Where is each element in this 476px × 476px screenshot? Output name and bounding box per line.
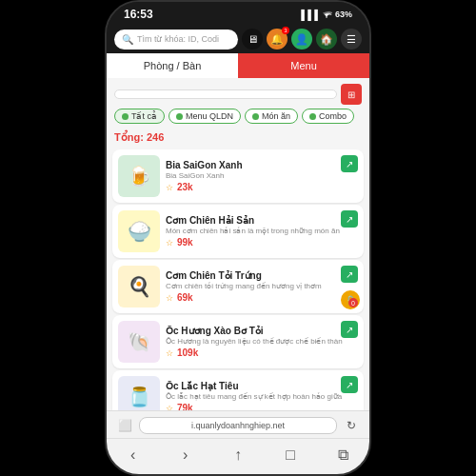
- bottom-nav: ‹ › ↑ □ ⧉: [107, 438, 369, 474]
- star-icon-3: ☆: [166, 348, 173, 358]
- menu-item-image-2: 🍳: [118, 266, 160, 307]
- menu-item-2[interactable]: 🍳 Cơm Chiên Tỏi Trứng Cơm chiên tỏi trứn…: [112, 260, 364, 313]
- browser-pages-icon[interactable]: ⬜: [114, 415, 135, 436]
- notification-icon[interactable]: 🔔 3: [267, 29, 288, 50]
- menu-item-name-0: Bia SaiGon Xanh: [166, 160, 358, 170]
- menu-item-desc-3: Ốc Hương là nguyên liệu có thể được chế …: [166, 337, 358, 346]
- menu-item-info-0: Bia SaiGon Xanh Bia SaiGon Xanh ☆ 23k: [166, 160, 358, 192]
- filter-grid-button[interactable]: ⊞: [341, 84, 362, 105]
- status-bar: 16:53 ▐▐▐ 63%: [107, 2, 369, 25]
- tab-bar: Phòng / Bàn Menu: [107, 53, 369, 78]
- menu-item-name-1: Cơm Chiên Hải Sản: [166, 215, 358, 226]
- chip-dot: [252, 113, 259, 120]
- menu-item-info-4: Ốc Lắc Hạt Tiêu Ốc lắc hạt tiêu mang đến…: [166, 381, 358, 410]
- chip-dot: [309, 113, 316, 120]
- menu-item-desc-0: Bia SaiGon Xanh: [166, 171, 358, 180]
- menu-item-price-0: 23k: [177, 182, 193, 192]
- chip-dot: [176, 113, 183, 120]
- search-bar-area: 🔍 Tìm từ khóa: ID, Codi 🖥 🔔 3 👤 🏠 ☰: [107, 25, 369, 53]
- nav-forward-button[interactable]: ›: [169, 444, 203, 466]
- menu-item-action-3[interactable]: ↗: [341, 321, 358, 338]
- menu-item-action-4[interactable]: ↗: [341, 376, 358, 393]
- search-icon: 🔍: [122, 34, 133, 45]
- menu-item-info-3: Ốc Hương Xào Bơ Tỏi Ốc Hương là nguyên l…: [166, 326, 358, 358]
- menu-item-info-1: Cơm Chiên Hải Sản Món cơm chiên hải sản …: [166, 215, 358, 248]
- search-placeholder: Tìm từ khóa: ID, Codi: [137, 34, 219, 44]
- chip-menuqldn[interactable]: Menu QLDN: [169, 109, 241, 124]
- star-icon-1: ☆: [166, 238, 173, 248]
- menu-item-4[interactable]: 🫙 Ốc Lắc Hạt Tiêu Ốc lắc hạt tiêu mang đ…: [112, 370, 364, 410]
- menu-item-name-2: Cơm Chiên Tỏi Trứng: [166, 270, 358, 281]
- menu-item-action-1[interactable]: ↗: [341, 210, 358, 228]
- chip-monan[interactable]: Món ăn: [245, 109, 298, 124]
- tab-phong-ban[interactable]: Phòng / Bàn: [107, 53, 238, 78]
- total-row: Tổng: 246: [107, 129, 369, 148]
- tab-menu[interactable]: Menu: [238, 53, 369, 78]
- filter-row: ⊞: [107, 78, 369, 109]
- user-icon[interactable]: 👤: [291, 29, 312, 50]
- menu-item-desc-2: Cơm chiên tỏi trứng mang đến hương vị th…: [166, 282, 358, 290]
- menu-item-image-1: 🍚: [118, 210, 160, 252]
- star-icon-0: ☆: [166, 183, 173, 192]
- star-icon-2: ☆: [166, 293, 173, 303]
- menu-icon[interactable]: ☰: [341, 29, 362, 50]
- monitor-icon[interactable]: 🖥: [242, 29, 263, 50]
- chip-tatca[interactable]: Tất cả: [114, 109, 165, 124]
- wifi-icon: [321, 9, 332, 20]
- status-icons: ▐▐▐ 63%: [298, 9, 352, 20]
- category-chips: Tất cả Menu QLDN Món ăn Combo: [107, 109, 369, 129]
- browser-bar: ⬜ i.quanlydoanhnghiep.net ↻: [107, 410, 369, 438]
- menu-item-image-3: 🐚: [118, 321, 160, 363]
- menu-item-action-2[interactable]: ↗: [341, 266, 358, 283]
- chip-dot: [122, 113, 129, 120]
- signal-icon: ▐▐▐: [298, 10, 318, 20]
- menu-item-desc-1: Món cơm chiên hải sản là một trong những…: [166, 227, 358, 235]
- search-input-wrap[interactable]: 🔍 Tìm từ khóa: ID, Codi: [114, 30, 238, 50]
- menu-item-1[interactable]: 🍚 Cơm Chiên Hải Sản Món cơm chiên hải sả…: [112, 205, 364, 258]
- menu-item-image-4: 🫙: [118, 376, 160, 410]
- menu-item-0[interactable]: 🍺 Bia SaiGon Xanh Bia SaiGon Xanh ☆ 23k …: [112, 149, 364, 203]
- filter-input[interactable]: [114, 89, 337, 99]
- menu-item-name-4: Ốc Lắc Hạt Tiêu: [166, 381, 358, 391]
- status-time: 16:53: [124, 8, 153, 21]
- browser-url[interactable]: i.quanlydoanhnghiep.net: [139, 417, 337, 434]
- home-icon[interactable]: 🏠: [316, 29, 337, 50]
- lock-badge-2[interactable]: 🔒 0: [341, 290, 360, 309]
- nav-back-button[interactable]: ‹: [116, 444, 150, 466]
- menu-item-price-4: 79k: [177, 403, 193, 410]
- nav-tabs-button[interactable]: ⧉: [326, 444, 360, 466]
- notif-badge: 3: [282, 27, 289, 34]
- star-icon-4: ☆: [166, 404, 173, 411]
- menu-item-desc-4: Ốc lắc hạt tiêu mang đến sự kết hợp hoàn…: [166, 392, 358, 401]
- chip-combo[interactable]: Combo: [302, 109, 354, 124]
- menu-item-image-0: 🍺: [118, 155, 160, 197]
- phone-frame: 16:53 ▐▐▐ 63% 🔍 Tìm từ khóa: ID, Codi 🖥: [105, 0, 371, 476]
- menu-item-action-0[interactable]: ↗: [341, 155, 358, 172]
- menu-item-price-1: 99k: [177, 237, 193, 248]
- menu-item-price-3: 109k: [177, 347, 198, 358]
- menu-item-price-2: 69k: [177, 292, 193, 303]
- browser-refresh-icon[interactable]: ↻: [341, 415, 362, 436]
- lock-badge-num-2: 0: [348, 298, 358, 307]
- nav-share-button[interactable]: ↑: [221, 444, 255, 466]
- content-area[interactable]: ⊞ Tất cả Menu QLDN Món ăn Combo Tổng:: [107, 78, 369, 410]
- svg-point-0: [326, 16, 327, 18]
- nav-bookmarks-button[interactable]: □: [273, 444, 307, 466]
- battery-icon: 63%: [335, 10, 352, 19]
- menu-item-name-3: Ốc Hương Xào Bơ Tỏi: [166, 326, 358, 336]
- menu-item-info-2: Cơm Chiên Tỏi Trứng Cơm chiên tỏi trứng …: [166, 270, 358, 303]
- menu-item-3[interactable]: 🐚 Ốc Hương Xào Bơ Tỏi Ốc Hương là nguyên…: [112, 315, 364, 368]
